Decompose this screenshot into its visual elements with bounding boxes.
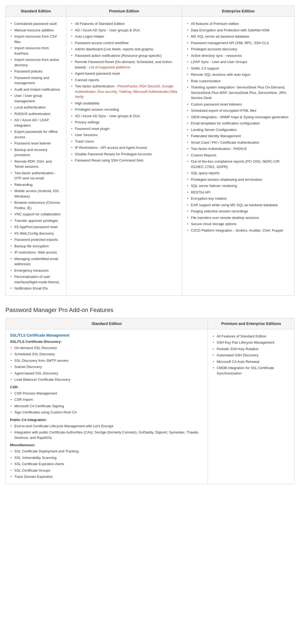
list-item: Sign Certificates using Custom Root CA: [10, 409, 203, 416]
list-item: Password Reset using SSH Command Sets: [71, 157, 178, 164]
addon-premium-cell: All Features of Standard EditionSSH Key …: [208, 329, 294, 484]
list-item: Password management API (XML RPC, SSH CL…: [187, 40, 290, 46]
list-item: SSL Certificate Deployment and Tracking: [10, 448, 203, 455]
list-item: Two-factor authentication - PhoneFactor,…: [71, 83, 178, 100]
list-item: SIEM integration - SNMP traps & Syslog m…: [187, 114, 290, 120]
main-comparison-table: Standard Edition Premium Edition Enterpr…: [5, 5, 295, 296]
list-item: Import resources from KeePass: [10, 45, 62, 57]
list-item: Password reset plugin: [71, 126, 178, 132]
list-item: SQL server failover clustering: [187, 183, 290, 189]
addon-section-title: Password Manager Pro Add-on Features: [5, 307, 295, 314]
csr-heading: CSR:: [10, 385, 203, 389]
list-item: Import resources from active directory: [10, 57, 62, 68]
public-ca-list: End-to-end Certificate Lifecycle Managem…: [10, 423, 203, 441]
list-item: Agent-based password reset: [71, 70, 178, 77]
list-item: Personalization of user interface(Night-…: [10, 274, 62, 285]
list-item: Transfer approver privileges: [10, 218, 62, 224]
list-item: Microsoft CA Auto Renewal: [212, 359, 290, 365]
list-item: CSR Process Management: [10, 390, 203, 397]
list-item: Data Encryption and Protection with Safe…: [187, 27, 290, 34]
misc-heading: Miscellaneous:: [10, 443, 203, 447]
list-item: User / User group management: [10, 93, 62, 104]
enterprise-features-list: All features of Premium editionData Encr…: [187, 21, 290, 234]
list-item: All Features of Standard Edition: [212, 333, 290, 340]
addon-premium-list: All Features of Standard EditionSSH Key …: [212, 333, 290, 377]
list-item: Privacy settings: [71, 119, 178, 126]
standard-edition-header: Standard Edition: [6, 6, 66, 17]
list-item: Custom Reports: [187, 152, 290, 159]
list-item: MS SQL server as backend database: [187, 33, 290, 40]
list-item: Email templates for notification configu…: [187, 120, 290, 127]
discovery-heading: SSL/TLS Certificate Discovery:: [10, 340, 203, 344]
list-item: AD / Azure AD / LDAP integration: [10, 117, 62, 129]
list-item: Manual resource addition: [10, 27, 62, 34]
list-item: Rebranding: [10, 182, 62, 188]
list-item: Two-factor Authentication - RADIUS: [187, 146, 290, 152]
list-item: Federated Identity Management: [187, 133, 290, 139]
list-item: All Features of Standard Edition: [71, 21, 178, 27]
list-item: Import resources from CSV files: [10, 33, 62, 45]
list-item: Subnet Discovery: [10, 364, 203, 370]
list-item: EAR support while using MS SQL as backen…: [187, 202, 290, 208]
addon-standard-header: Standard Edition: [6, 318, 208, 329]
list-item: Integration with public Certificate Auth…: [10, 429, 203, 441]
list-item: AD / Azure AD Sync - User groups & OUs: [71, 113, 178, 119]
list-item: Active directory sync - resources: [187, 52, 290, 59]
list-item: SAML 2.0 support: [187, 65, 290, 72]
list-item: SSL Certificate Groups: [10, 467, 203, 474]
premium-features-cell: All Features of Standard EditionAD / Azu…: [66, 17, 182, 296]
csr-list: CSR Process ManagementCSR ImportMicrosof…: [10, 390, 203, 416]
list-item: Privileged session shadowing and termina…: [187, 176, 290, 183]
list-item: Backup and recovery provisions: [10, 147, 62, 158]
list-item: Password reset listener: [10, 140, 62, 147]
list-item: Privileged session recording: [71, 106, 178, 113]
list-item: High availability: [71, 100, 178, 107]
list-item: SSL Certificate Expiration Alerts: [10, 461, 203, 467]
public-ca-heading: Public CA Integration:: [10, 418, 203, 422]
list-item: Trash Users: [71, 138, 178, 145]
standard-features-list: Centralized password vaultManual resourc…: [10, 21, 62, 292]
list-item: Scheduled SSL Discovery: [10, 351, 203, 357]
addon-premium-header: Premium and Enterprise Editions: [208, 318, 294, 329]
list-item: Landing Server Configuration: [187, 127, 290, 133]
list-item: Track Domain Expiration: [10, 474, 203, 480]
list-item: Notification Email IDs: [10, 285, 62, 292]
standard-features-cell: Centralized password vaultManual resourc…: [6, 17, 66, 296]
list-item: Password protected exports: [10, 236, 62, 243]
list-item: Automated SSH Discovery: [212, 352, 290, 359]
list-item: Password access control workflow: [71, 40, 178, 46]
list-item: LDAP Sync - User and User Groups: [187, 59, 290, 65]
list-item: On-demand SSL Discovery: [10, 345, 203, 351]
list-item: AD / Azure AD Sync - User groups & OUs: [71, 27, 178, 34]
list-item: Admin dashboard (Live feeds, reports and…: [71, 46, 178, 52]
list-item: Ticketing system integration- ServiceDes…: [187, 84, 290, 101]
list-item: Load Balancer Certificate Discovery: [10, 376, 203, 383]
list-item: Password policies: [10, 68, 62, 75]
discovery-list: On-demand SSL DiscoveryScheduled SSL Dis…: [10, 345, 203, 383]
list-item: IP Restrictions - API access and Agent A…: [71, 144, 178, 151]
list-item: IIS AppPool password reset: [10, 224, 62, 230]
list-item: Export passwords for offline access: [10, 129, 62, 140]
list-item: RADIUS authentication: [10, 111, 62, 117]
list-item: VNC support for collaboration: [10, 211, 62, 218]
ssl-heading: SSL/TLS Certificate Management: [10, 333, 203, 337]
list-item: SQL query reports: [187, 170, 290, 176]
list-item: Agent-based SSL Discovery: [10, 370, 203, 377]
list-item: Centralized password vault: [10, 21, 62, 27]
list-item: IP restrictions- Web access: [10, 249, 62, 256]
list-item: SSL Discovery from SMTP servers: [10, 357, 203, 364]
list-item: End-to-end Certificate Lifecycle Managem…: [10, 423, 203, 429]
list-item: RESTful API: [187, 189, 290, 196]
list-item: Smart Card / PKI / Certificate Authentic…: [187, 139, 290, 146]
list-item: Password sharing and management: [10, 75, 62, 86]
list-item: Remote RDP, SSH, and Telnet sessions: [10, 158, 62, 170]
list-item: Periodic SSH Key Rotation: [212, 346, 290, 352]
list-item: Local authentication: [10, 104, 62, 111]
list-item: SSH Key Pair Lifecycle Management: [212, 339, 290, 346]
list-item: SSL Vulnerability Scanning: [10, 455, 203, 461]
list-item: Browser extensions (Chrome, Firefox, IE): [10, 199, 62, 211]
addon-comparison-table: Standard Edition Premium and Enterprise …: [5, 318, 295, 484]
enterprise-edition-header: Enterprise Edition: [182, 6, 295, 17]
list-item: Two-factor authentication - OTP sent via…: [10, 170, 62, 182]
list-item: Disable Password Resets for Privileged A…: [71, 151, 178, 157]
